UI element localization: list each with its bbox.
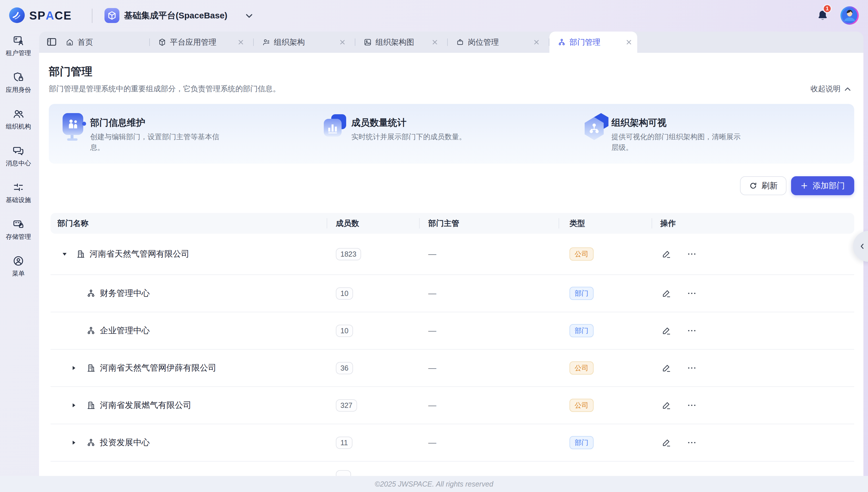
expand-expand-icon[interactable] [71,365,76,371]
table-row[interactable]: 河南省天然气管网有限公司1823—公司 [51,233,854,275]
tab-组织架构[interactable]: 组织架构 [254,31,355,53]
edit-icon[interactable] [661,288,672,298]
message-icon [13,145,24,157]
briefcase-icon [456,38,465,47]
close-icon[interactable] [626,39,632,45]
brand-logo-icon [8,7,25,24]
more-actions-icon[interactable] [687,288,697,298]
refresh-button[interactable]: 刷新 [740,176,787,195]
column-header-成员数: 成员数 [336,213,359,233]
board-icon [63,113,88,143]
expand-expand-icon[interactable] [71,402,76,408]
edit-icon[interactable] [661,325,672,336]
page-title: 部门管理 [49,64,93,79]
expand-expand-icon[interactable] [71,440,76,445]
table-row[interactable]: 投资发展中心11—部门 [51,424,854,462]
close-icon[interactable] [432,39,438,45]
department-name: 河南省天然气管网有限公司 [90,248,190,260]
main-panel: 首页 平台应用管理 组织架构 组织架构图 岗位管理 部门管理 部门管理 部门管理… [39,31,863,476]
app-switcher[interactable]: 基础集成平台(SpaceBase) [124,0,227,31]
department-name: 河南省天然气管网伊薛有限公司 [100,362,217,374]
edit-icon[interactable] [661,438,672,448]
top-bar: SPACE 基础集成平台(SpaceBase) 1 [0,0,868,31]
table-row[interactable] [51,462,854,476]
manager-value: — [428,363,436,373]
more-actions-icon[interactable] [687,363,697,373]
sidebar-item-5[interactable]: 基础设施 [0,181,37,204]
table-body: 河南省天然气管网有限公司1823—公司财务管理中心10—部门企业管理中心10—部… [51,233,854,476]
sidebar-item-1[interactable]: 租户管理 [0,34,37,57]
tab-部门管理[interactable]: 部门管理 [549,31,637,53]
sidebar-item-3[interactable]: 组织机构 [0,108,37,131]
close-icon[interactable] [238,39,244,45]
sidebar-item-label: 菜单 [12,269,25,278]
dept-icon [86,326,96,336]
close-icon[interactable] [339,39,346,45]
tab-label: 部门管理 [569,37,600,47]
refresh-label: 刷新 [762,180,777,191]
tab-bar: 首页 平台应用管理 组织架构 组织架构图 岗位管理 部门管理 [39,31,863,53]
member-count-chip: 36 [336,362,353,374]
table-row[interactable]: 河南省发展燃气有限公司327—公司 [51,387,854,424]
brand-wordmark: SPACE [29,0,72,31]
image-icon [364,38,372,47]
tab-首页[interactable]: 首页 [57,31,149,53]
sidebar-item-label: 消息中心 [6,159,31,168]
type-badge: 公司 [569,399,594,412]
column-header-部门主管: 部门主管 [428,213,459,233]
manager-value: — [428,326,436,335]
company-icon [86,363,96,373]
chevron-up-icon [844,87,851,91]
table-row[interactable]: 河南省天然气管网伊薛有限公司36—公司 [51,350,854,387]
table-row[interactable]: 财务管理中心10—部门 [51,275,854,312]
edit-icon[interactable] [661,363,672,373]
tab-组织架构图[interactable]: 组织架构图 [355,31,447,53]
close-icon[interactable] [533,39,540,45]
infra-icon [13,181,24,194]
add-department-button[interactable]: 添加部门 [791,176,854,195]
sidebar-item-4[interactable]: 消息中心 [0,145,37,168]
topbar-divider [92,8,93,23]
identity-icon [13,71,24,83]
feature-title: 成员数量统计 [351,117,406,129]
manager-value: — [428,249,436,259]
feature-desc: 创建与编辑部门，设置部门主管等基本信息。 [90,131,228,153]
expand-collapse-icon[interactable] [62,251,67,257]
manager-value: — [428,401,436,410]
member-count-chip: 1823 [336,248,361,260]
add-label: 添加部门 [813,180,845,191]
manager-value: — [428,289,436,298]
tab-平台应用管理[interactable]: 平台应用管理 [150,31,253,53]
member-count-chip: 10 [336,325,353,337]
column-header-类型: 类型 [569,213,585,233]
storage-icon [13,218,24,230]
more-actions-icon[interactable] [687,325,697,336]
sidebar-toggle-icon[interactable] [46,36,57,48]
sidebar-item-7[interactable]: 菜单 [0,255,37,278]
tenant-icon [13,34,24,47]
tab-label: 组织架构图 [375,37,414,47]
edit-icon[interactable] [661,400,672,411]
member-count-chip: 10 [336,287,353,300]
sidebar-item-2[interactable]: 应用身份 [0,71,37,94]
more-actions-icon[interactable] [687,438,697,448]
table-header: 部门名称成员数部门主管类型操作 [51,213,854,233]
edit-icon[interactable] [661,249,672,259]
tab-岗位管理[interactable]: 岗位管理 [448,31,549,53]
collapse-note-button[interactable]: 收起说明 [811,84,851,94]
sidebar-item-label: 应用身份 [6,85,31,94]
hexagon-org-icon [584,113,612,143]
chart-icon [324,113,349,143]
avatar[interactable] [840,6,859,25]
copyright-text: ©2025 JWSPACE. All rights reserved [375,480,493,488]
type-badge: 部门 [569,287,594,300]
department-name: 投资发展中心 [100,437,150,448]
collapse-note-label: 收起说明 [811,84,840,94]
sidebar-item-6[interactable]: 存储管理 [0,218,37,241]
more-actions-icon[interactable] [687,400,697,411]
table-row[interactable]: 企业管理中心10—部门 [51,312,854,350]
more-actions-icon[interactable] [687,249,697,259]
chevron-down-icon[interactable] [246,14,253,18]
cube-icon [158,38,167,47]
tab-label: 组织架构 [274,37,305,47]
